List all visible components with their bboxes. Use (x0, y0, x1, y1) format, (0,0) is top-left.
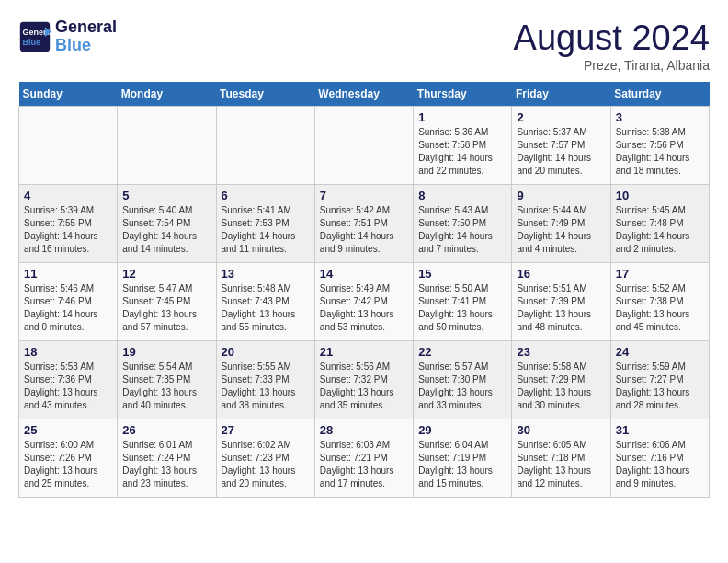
day-info: Sunrise: 5:48 AM Sunset: 7:43 PM Dayligh… (222, 282, 310, 334)
day-number: 31 (616, 423, 704, 437)
svg-text:Blue: Blue (23, 38, 41, 47)
day-number: 21 (320, 345, 408, 359)
calendar-cell: 20Sunrise: 5:55 AM Sunset: 7:33 PM Dayli… (216, 341, 314, 419)
calendar-cell: 3Sunrise: 5:38 AM Sunset: 7:56 PM Daylig… (610, 107, 709, 185)
day-number: 1 (418, 110, 506, 124)
weekday-header-saturday: Saturday (610, 82, 709, 107)
calendar-cell: 1Sunrise: 5:36 AM Sunset: 7:58 PM Daylig… (414, 107, 512, 185)
calendar-cell: 7Sunrise: 5:42 AM Sunset: 7:51 PM Daylig… (314, 185, 413, 263)
day-info: Sunrise: 5:40 AM Sunset: 7:54 PM Dayligh… (122, 204, 210, 256)
calendar-cell: 12Sunrise: 5:47 AM Sunset: 7:45 PM Dayli… (118, 263, 216, 341)
weekday-header-wednesday: Wednesday (314, 82, 413, 107)
day-info: Sunrise: 5:55 AM Sunset: 7:33 PM Dayligh… (222, 361, 310, 412)
calendar-cell: 30Sunrise: 6:05 AM Sunset: 7:18 PM Dayli… (512, 419, 610, 498)
calendar-cell: 27Sunrise: 6:02 AM Sunset: 7:23 PM Dayli… (216, 419, 314, 498)
weekday-header-tuesday: Tuesday (216, 82, 314, 107)
calendar-week-3: 11Sunrise: 5:46 AM Sunset: 7:46 PM Dayli… (19, 263, 710, 341)
calendar-week-1: 1Sunrise: 5:36 AM Sunset: 7:58 PM Daylig… (19, 107, 710, 185)
title-area: August 2024 Preze, Tirana, Albania (514, 18, 710, 73)
calendar-cell: 24Sunrise: 5:59 AM Sunset: 7:27 PM Dayli… (610, 341, 709, 419)
calendar-cell: 25Sunrise: 6:00 AM Sunset: 7:26 PM Dayli… (19, 419, 118, 498)
day-info: Sunrise: 5:49 AM Sunset: 7:42 PM Dayligh… (320, 282, 408, 334)
day-number: 25 (24, 423, 112, 437)
calendar-cell: 14Sunrise: 5:49 AM Sunset: 7:42 PM Dayli… (314, 263, 413, 341)
calendar-cell: 13Sunrise: 5:48 AM Sunset: 7:43 PM Dayli… (216, 263, 314, 341)
weekday-header-row: SundayMondayTuesdayWednesdayThursdayFrid… (19, 82, 710, 107)
calendar-cell: 15Sunrise: 5:50 AM Sunset: 7:41 PM Dayli… (414, 263, 512, 341)
month-title: August 2024 (514, 18, 710, 58)
calendar-week-4: 18Sunrise: 5:53 AM Sunset: 7:36 PM Dayli… (19, 341, 710, 419)
calendar-cell: 11Sunrise: 5:46 AM Sunset: 7:46 PM Dayli… (19, 263, 118, 341)
day-number: 19 (122, 345, 210, 359)
day-number: 3 (616, 110, 704, 124)
day-info: Sunrise: 5:38 AM Sunset: 7:56 PM Dayligh… (616, 126, 704, 178)
weekday-header-friday: Friday (512, 82, 610, 107)
location-subtitle: Preze, Tirana, Albania (514, 58, 710, 73)
day-info: Sunrise: 6:04 AM Sunset: 7:19 PM Dayligh… (418, 439, 506, 490)
day-info: Sunrise: 5:53 AM Sunset: 7:36 PM Dayligh… (24, 361, 112, 412)
day-info: Sunrise: 5:42 AM Sunset: 7:51 PM Dayligh… (320, 204, 408, 256)
weekday-header-monday: Monday (118, 82, 216, 107)
day-info: Sunrise: 5:56 AM Sunset: 7:32 PM Dayligh… (320, 361, 408, 412)
day-number: 12 (122, 267, 210, 281)
day-number: 29 (418, 423, 506, 437)
calendar-cell: 4Sunrise: 5:39 AM Sunset: 7:55 PM Daylig… (19, 185, 118, 263)
day-number: 17 (616, 267, 704, 281)
day-info: Sunrise: 5:36 AM Sunset: 7:58 PM Dayligh… (418, 126, 506, 178)
calendar-cell: 18Sunrise: 5:53 AM Sunset: 7:36 PM Dayli… (19, 341, 118, 419)
day-number: 5 (122, 189, 210, 202)
day-number: 15 (418, 267, 506, 281)
calendar-week-5: 25Sunrise: 6:00 AM Sunset: 7:26 PM Dayli… (19, 419, 710, 498)
day-info: Sunrise: 5:47 AM Sunset: 7:45 PM Dayligh… (122, 282, 210, 334)
day-number: 6 (222, 189, 310, 202)
day-number: 13 (222, 267, 310, 281)
day-number: 23 (517, 345, 605, 359)
calendar-cell: 16Sunrise: 5:51 AM Sunset: 7:39 PM Dayli… (512, 263, 610, 341)
day-number: 10 (616, 189, 704, 202)
day-info: Sunrise: 5:37 AM Sunset: 7:57 PM Dayligh… (517, 126, 605, 178)
day-info: Sunrise: 5:50 AM Sunset: 7:41 PM Dayligh… (418, 282, 506, 334)
calendar-cell: 6Sunrise: 5:41 AM Sunset: 7:53 PM Daylig… (216, 185, 314, 263)
day-info: Sunrise: 6:00 AM Sunset: 7:26 PM Dayligh… (24, 439, 112, 490)
calendar-header: SundayMondayTuesdayWednesdayThursdayFrid… (19, 82, 710, 107)
calendar-cell: 2Sunrise: 5:37 AM Sunset: 7:57 PM Daylig… (512, 107, 610, 185)
day-info: Sunrise: 5:39 AM Sunset: 7:55 PM Dayligh… (24, 204, 112, 256)
day-number: 7 (320, 189, 408, 202)
day-info: Sunrise: 5:44 AM Sunset: 7:49 PM Dayligh… (517, 204, 605, 256)
calendar-cell (314, 107, 413, 185)
day-number: 28 (320, 423, 408, 437)
day-info: Sunrise: 5:51 AM Sunset: 7:39 PM Dayligh… (517, 282, 605, 334)
calendar-body: 1Sunrise: 5:36 AM Sunset: 7:58 PM Daylig… (19, 107, 710, 498)
calendar-cell: 29Sunrise: 6:04 AM Sunset: 7:19 PM Dayli… (414, 419, 512, 498)
calendar-cell: 21Sunrise: 5:56 AM Sunset: 7:32 PM Dayli… (314, 341, 413, 419)
calendar-cell: 10Sunrise: 5:45 AM Sunset: 7:48 PM Dayli… (610, 185, 709, 263)
day-number: 14 (320, 267, 408, 281)
calendar-cell: 23Sunrise: 5:58 AM Sunset: 7:29 PM Dayli… (512, 341, 610, 419)
calendar-cell: 26Sunrise: 6:01 AM Sunset: 7:24 PM Dayli… (118, 419, 216, 498)
day-info: Sunrise: 5:46 AM Sunset: 7:46 PM Dayligh… (24, 282, 112, 334)
calendar-cell: 22Sunrise: 5:57 AM Sunset: 7:30 PM Dayli… (414, 341, 512, 419)
page-header: General Blue General Blue General Blue A… (18, 18, 710, 73)
day-info: Sunrise: 5:58 AM Sunset: 7:29 PM Dayligh… (517, 361, 605, 412)
day-number: 18 (24, 345, 112, 359)
day-number: 27 (222, 423, 310, 437)
calendar-cell (118, 107, 216, 185)
calendar-cell (216, 107, 314, 185)
calendar-cell: 8Sunrise: 5:43 AM Sunset: 7:50 PM Daylig… (414, 185, 512, 263)
logo-text: General Blue (55, 18, 117, 55)
day-number: 22 (418, 345, 506, 359)
calendar-week-2: 4Sunrise: 5:39 AM Sunset: 7:55 PM Daylig… (19, 185, 710, 263)
weekday-header-thursday: Thursday (414, 82, 512, 107)
day-info: Sunrise: 5:57 AM Sunset: 7:30 PM Dayligh… (418, 361, 506, 412)
day-info: Sunrise: 6:05 AM Sunset: 7:18 PM Dayligh… (517, 439, 605, 490)
logo-icon: General Blue (18, 20, 51, 53)
day-number: 16 (517, 267, 605, 281)
weekday-header-sunday: Sunday (19, 82, 118, 107)
day-info: Sunrise: 5:45 AM Sunset: 7:48 PM Dayligh… (616, 204, 704, 256)
day-number: 9 (517, 189, 605, 202)
day-info: Sunrise: 6:02 AM Sunset: 7:23 PM Dayligh… (222, 439, 310, 490)
calendar-table: SundayMondayTuesdayWednesdayThursdayFrid… (18, 82, 710, 498)
day-info: Sunrise: 5:54 AM Sunset: 7:35 PM Dayligh… (122, 361, 210, 412)
calendar-cell: 9Sunrise: 5:44 AM Sunset: 7:49 PM Daylig… (512, 185, 610, 263)
day-info: Sunrise: 5:59 AM Sunset: 7:27 PM Dayligh… (616, 361, 704, 412)
